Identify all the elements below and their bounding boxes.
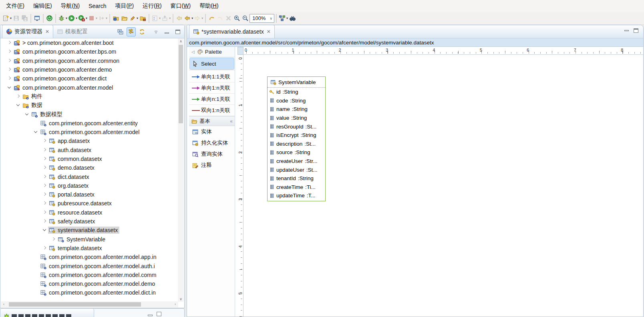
entity-field[interactable]: updateUser :St... [268, 165, 325, 174]
expander-icon[interactable] [33, 289, 39, 296]
close-icon[interactable]: ✕ [45, 29, 49, 34]
back-icon[interactable]: ▾ ∨ [183, 14, 193, 23]
search-icon[interactable]: ▾ ∨ [288, 14, 297, 23]
tree-item[interactable]: org.datasetx [1, 181, 178, 190]
tree-item[interactable]: com.primeton.gocom.afcenter.model.app.in [1, 253, 178, 261]
minimize-view-button[interactable] [163, 28, 171, 36]
tree-item[interactable]: demo.datasetx [1, 163, 178, 172]
bottom-minimize-button[interactable] [148, 315, 153, 316]
palette-relation-tool[interactable]: 单向1:1关联 [189, 71, 235, 82]
entity-field[interactable]: id :String [268, 88, 325, 96]
view-menu-button[interactable]: ▽ [152, 28, 160, 36]
tree-item[interactable]: com.primeton.gocom.afcenter.bps.om [1, 47, 178, 56]
toolbar-button[interactable]: ▾ ∨ [30, 14, 31, 23]
scrollbar-thumb[interactable] [9, 302, 141, 307]
zoom-in-icon[interactable]: ▾ ∨ [233, 14, 241, 23]
palette-basic-tool[interactable]: 注释 [189, 160, 235, 171]
relaunch-icon[interactable]: ▾ ∨ [98, 14, 108, 23]
tree-item[interactable]: common.datasetx [1, 154, 178, 163]
dropdown-caret-icon[interactable]: ▾ [191, 16, 193, 20]
tree-item[interactable]: com.primeton.gocom.afcenter.model.dict.i… [1, 288, 178, 297]
tree-item[interactable]: 构件 [1, 92, 178, 101]
entity-field[interactable]: tenantId :String [268, 174, 325, 183]
open-folder-icon[interactable]: ▾ ∨ [120, 14, 129, 23]
expander-icon[interactable] [42, 165, 48, 171]
expander-icon[interactable] [42, 138, 48, 144]
tree-item[interactable]: com.primeton.gocom.afcenter.demo [1, 65, 178, 74]
toolbar-button[interactable]: ▾ ∨ [55, 14, 56, 23]
expander-icon[interactable] [42, 200, 48, 207]
tree-item[interactable]: com.primeton.gocom.afcenter.model.demo [1, 279, 178, 288]
expander-icon[interactable] [42, 183, 48, 189]
tree-item[interactable]: dict.datasetx [1, 172, 178, 181]
save-icon[interactable]: ▾ ∨ [12, 14, 20, 23]
entity-field[interactable]: name :String [268, 105, 325, 114]
expander-icon[interactable] [6, 58, 13, 64]
expander-icon[interactable] [6, 66, 13, 73]
expander-icon[interactable] [33, 120, 39, 126]
palette-basic-tool[interactable]: 查询实体 [189, 148, 235, 160]
toolbar-button[interactable]: ▾ ∨ [109, 14, 110, 23]
palette-relation-tool[interactable]: 单向1:n关联 [189, 82, 235, 94]
palette-relation-tool[interactable]: 双向1:n关联 [189, 105, 235, 116]
entity-systemvariable[interactable]: SystemVariable id :String code :String [267, 76, 326, 201]
tree-item[interactable]: com.primeton.gocom.afcenter.model [1, 128, 178, 136]
menu-item[interactable]: 文件(F) [2, 1, 29, 11]
zoom-level-combo[interactable]: ▾ 100% ∨ [250, 14, 274, 23]
dropdown-caret-icon[interactable]: ▾ [96, 16, 97, 20]
toolbar-button[interactable]: ▾ ∨ [205, 14, 206, 23]
palette-group-basic[interactable]: 基本 « [189, 116, 235, 126]
collapse-all-button[interactable] [116, 28, 125, 36]
expander-icon[interactable] [6, 48, 13, 55]
tree-item[interactable]: safety.datasetx [1, 217, 178, 226]
close-icon[interactable]: ✕ [267, 29, 271, 34]
tree-item[interactable]: app.datasetx [1, 136, 178, 145]
palette-header[interactable]: ◁ Palette [189, 47, 235, 57]
debug-icon[interactable]: ▾ ∨ [58, 14, 68, 23]
toolbar-button[interactable]: ▾ ∨ [149, 14, 149, 23]
tree-item[interactable]: com.primeton.gocom.afcenter.dict [1, 74, 178, 83]
collapse-pin-icon[interactable]: « [230, 118, 233, 124]
expander-icon[interactable] [33, 281, 39, 287]
entity-field[interactable]: createUser :Str... [268, 157, 325, 166]
bottom-view-tab[interactable] [0, 309, 94, 317]
expander-icon[interactable] [42, 191, 48, 198]
new-wizard-icon[interactable]: ▾ ∨ [2, 14, 12, 23]
commit-icon[interactable]: ▾ ∨ [161, 14, 171, 23]
server-start-icon[interactable]: ▾ ∨ [45, 14, 54, 23]
entity-field[interactable]: resGroupId :St... [268, 122, 325, 131]
scroll-right-icon[interactable]: › [172, 301, 178, 307]
dropdown-caret-icon[interactable]: ▾ [66, 16, 67, 20]
tree-item[interactable]: template.datasetx [1, 244, 178, 253]
scrollbar-thumb[interactable] [179, 45, 183, 123]
tree-vertical-scrollbar[interactable]: ∧ ∨ [178, 38, 184, 302]
expander-icon[interactable] [6, 75, 13, 82]
dropdown-caret-icon[interactable]: ▾ [76, 16, 77, 20]
tree-item[interactable]: SystemVariable [1, 235, 178, 244]
redo-icon[interactable]: ▾ ∨ [216, 14, 224, 23]
menu-item[interactable]: 导航(N) [56, 1, 84, 11]
console-icon[interactable]: ▾ ∨ [33, 14, 41, 23]
scroll-left-icon[interactable]: ‹ [1, 301, 7, 307]
dropdown-caret-icon[interactable]: ▾ [201, 16, 203, 20]
dropdown-caret-icon[interactable]: ▾ [86, 16, 87, 20]
entity-field[interactable]: createTime :Ti... [268, 183, 325, 192]
menu-item[interactable]: 项目(P) [111, 1, 138, 11]
toolbar-button[interactable]: ▾ ∨ [173, 14, 173, 23]
entity-field[interactable]: source :String [268, 148, 325, 157]
dropdown-caret-icon[interactable]: ▾ [169, 16, 171, 20]
link-with-editor-toggle[interactable] [127, 28, 135, 36]
tree-item[interactable]: com.primeton.gocom.afcenter.model.auth.i [1, 261, 178, 270]
expander-icon[interactable] [6, 84, 13, 91]
project-tree[interactable]: > com.primeton.gocom.afcenter.boot com.p… [1, 38, 178, 302]
highlighter-icon[interactable]: ▾ ∨ [129, 14, 139, 23]
toolbar-button[interactable]: ▾ ∨ [43, 14, 44, 23]
menu-item[interactable]: 运行(R) [138, 1, 166, 11]
expander-icon[interactable] [42, 227, 48, 233]
minimize-editor-button[interactable] [624, 30, 629, 31]
expander-icon[interactable] [42, 218, 48, 225]
expander-icon[interactable] [42, 245, 48, 251]
entity-field[interactable]: description :St... [268, 140, 325, 148]
expander-icon[interactable] [50, 236, 57, 243]
maximize-view-button[interactable] [173, 28, 182, 36]
